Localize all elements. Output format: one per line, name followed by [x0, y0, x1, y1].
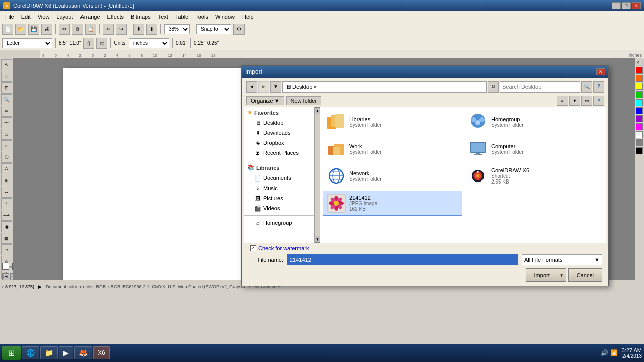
color-red[interactable] [636, 67, 643, 74]
copy-button[interactable]: ⧉ [72, 24, 83, 35]
dialog-close-button[interactable]: ✕ [596, 68, 605, 75]
taskbar-ie-button[interactable]: 🌐 [22, 346, 39, 359]
file-item-homegroup[interactable]: Homegroup System Folder [464, 109, 604, 134]
crop-tool[interactable]: ⊡ [1, 82, 12, 94]
smart-fill-tool[interactable]: ▦ [1, 233, 12, 244]
help-icon-button[interactable]: ? [593, 96, 604, 106]
text-tool[interactable]: A [1, 163, 12, 174]
menu-layout[interactable]: Layout [53, 13, 76, 21]
polygon-tool[interactable]: ⬡ [1, 152, 12, 163]
search-input[interactable] [500, 81, 580, 93]
zoom-tool[interactable]: 🔍 [1, 94, 12, 105]
fill-swatch[interactable] [2, 263, 9, 270]
sidebar-item-desktop[interactable]: 🖥 Desktop [244, 118, 314, 128]
color-purple[interactable] [636, 115, 643, 122]
menu-effects[interactable]: Effects [104, 13, 127, 21]
smart-draw-tool[interactable]: 〜 [1, 117, 12, 128]
menu-arrange[interactable]: Arrange [77, 13, 103, 21]
paste-button[interactable]: 📋 [85, 24, 96, 35]
sidebar-item-videos[interactable]: 🎬 Videos [244, 203, 314, 213]
file-item-computer[interactable]: Computer System Folder [464, 136, 604, 161]
taskbar-corel-button[interactable]: X6 [93, 346, 110, 359]
redo-button[interactable]: ↪ [116, 24, 127, 35]
export-button[interactable]: ⬆ [146, 24, 157, 35]
filename-input[interactable] [287, 254, 518, 265]
eyedropper-tool[interactable]: ⊸ [1, 244, 12, 255]
color-black[interactable] [636, 147, 643, 154]
color-none[interactable]: × [636, 59, 643, 66]
sidebar-item-downloads[interactable]: ⬇ Downloads [244, 128, 314, 138]
options-button[interactable]: ⚙ [233, 24, 245, 35]
zoom-dropdown[interactable]: 38% [164, 24, 190, 34]
color-blue[interactable] [636, 107, 643, 114]
menu-window[interactable]: Window [212, 13, 238, 21]
table-tool[interactable]: ⊞ [1, 175, 12, 186]
portrait-button[interactable]: ▯ [83, 38, 94, 49]
fill-tool[interactable]: ◉ [1, 221, 12, 232]
scroll-track[interactable] [315, 114, 320, 236]
taskbar-firefox-button[interactable]: 🦊 [74, 346, 92, 359]
menu-file[interactable]: File [2, 13, 17, 21]
search-button[interactable]: 🔍 [581, 81, 592, 93]
refresh-button[interactable]: ↻ [488, 81, 499, 93]
print-button[interactable]: 🖨 [41, 24, 52, 35]
taskbar-media-button[interactable]: ▶ [59, 346, 73, 359]
shape-tool[interactable]: ◇ [1, 71, 12, 82]
import-main-button[interactable]: Import [526, 268, 558, 282]
undo-button[interactable]: ↩ [103, 24, 114, 35]
sidebar-item-pictures[interactable]: 🖼 Pictures [244, 193, 314, 203]
minimize-button[interactable]: ─ [612, 2, 621, 9]
import-button[interactable]: ⬇ [133, 24, 144, 35]
first-page-button[interactable]: |◄ [2, 273, 9, 280]
menu-help[interactable]: Help [239, 13, 257, 21]
import-dropdown-button[interactable]: ▼ [558, 268, 566, 282]
landscape-button[interactable]: ▭ [96, 38, 107, 49]
close-button[interactable]: ✕ [632, 2, 641, 9]
cancel-button[interactable]: Cancel [568, 268, 602, 282]
color-magenta[interactable] [636, 123, 643, 130]
color-yellow[interactable] [636, 83, 643, 90]
menu-table[interactable]: Table [172, 13, 191, 21]
color-cyan[interactable] [636, 99, 643, 106]
color-green[interactable] [636, 91, 643, 98]
open-button[interactable]: 📂 [15, 24, 26, 35]
scroll-down-button[interactable]: ▼ [315, 236, 320, 243]
color-white[interactable] [636, 131, 643, 138]
menu-tools[interactable]: Tools [192, 13, 211, 21]
dimension-tool[interactable]: ↔ [1, 187, 12, 198]
blend-tool[interactable]: ⟿ [1, 210, 12, 221]
maximize-button[interactable]: □ [622, 2, 631, 9]
taskbar-explorer-button[interactable]: 📁 [40, 346, 58, 359]
back-button[interactable]: ◄ [246, 81, 257, 93]
view-options-button[interactable]: ▼ [569, 96, 580, 106]
scroll-up-button[interactable]: ▲ [315, 107, 320, 114]
menu-view[interactable]: View [35, 13, 53, 21]
sidebar-item-dropbox[interactable]: ◈ Dropbox [244, 138, 314, 148]
help-button[interactable]: ? [593, 81, 604, 93]
menu-bitmaps[interactable]: Bitmaps [128, 13, 154, 21]
ellipse-tool[interactable]: ○ [1, 140, 12, 151]
dropdown-arrow-button[interactable]: ▼ [270, 81, 281, 93]
units-dropdown[interactable]: inches [129, 38, 169, 48]
sidebar-item-homegroup[interactable]: ⌂ Homegroup [244, 218, 314, 228]
file-item-work[interactable]: Work System Folder [323, 136, 462, 161]
save-button[interactable]: 💾 [28, 24, 39, 35]
select-tool[interactable]: ↖ [1, 59, 12, 70]
color-orange[interactable] [636, 75, 643, 82]
file-item-libraries[interactable]: Libraries System Folder [323, 109, 462, 134]
new-button[interactable]: 📄 [2, 24, 13, 35]
start-button[interactable]: ⊞ [2, 346, 21, 360]
rect-tool[interactable]: □ [1, 129, 12, 140]
menu-text[interactable]: Text [155, 13, 171, 21]
menu-edit[interactable]: Edit [18, 13, 34, 21]
sidebar-item-recent-places[interactable]: ⧗ Recent Places [244, 148, 314, 158]
snap-dropdown[interactable]: Snap to [196, 24, 231, 34]
page-size-dropdown[interactable]: Letter [2, 38, 52, 48]
freehand-tool[interactable]: ✏ [1, 106, 12, 117]
file-item-coreldraw[interactable]: CorelDRAW X6 Shortcut 2.55 KB [464, 163, 604, 189]
organize-button[interactable]: Organize ▼ [246, 96, 284, 105]
sidebar-item-documents[interactable]: 📄 Documents [244, 173, 314, 183]
watermark-checkbox[interactable]: ✓ [250, 245, 256, 251]
file-item-network[interactable]: Network System Folder [323, 163, 462, 189]
preview-button[interactable]: ▭ [581, 96, 592, 106]
